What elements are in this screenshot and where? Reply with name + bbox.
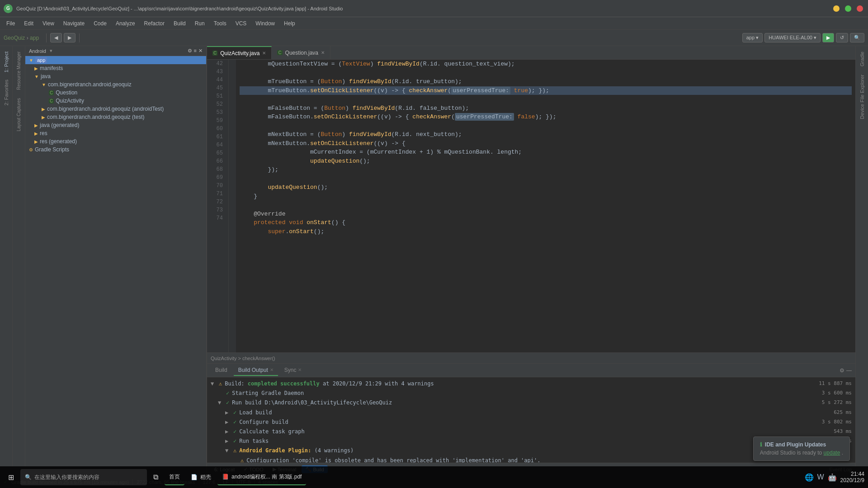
- search-everywhere-button[interactable]: 🔍: [850, 33, 864, 42]
- tab-bar: C QuizActivity.java ✕ C Question.java ✕: [207, 46, 855, 60]
- tree-gradle-scripts[interactable]: ⚙ Gradle Scripts: [25, 145, 206, 154]
- tree-java-generated[interactable]: ▶ java (generated): [25, 121, 206, 129]
- menu-window[interactable]: Window: [251, 19, 279, 28]
- menu-view[interactable]: View: [38, 19, 59, 28]
- menu-navigate[interactable]: Navigate: [59, 19, 89, 28]
- resource-manager-tab[interactable]: Resource Manager: [14, 48, 23, 94]
- menu-refactor[interactable]: Refactor: [140, 19, 169, 28]
- close-panel-icon[interactable]: ✕: [198, 48, 203, 54]
- gradle-tab[interactable]: Gradle: [858, 48, 867, 70]
- layout-captures-tab[interactable]: Layout Captures: [14, 94, 23, 135]
- package-androidtest-label: com.bignerdranch.android.geoquiz (androi…: [47, 106, 164, 112]
- menu-analyze[interactable]: Analyze: [111, 19, 140, 28]
- menu-tools[interactable]: Tools: [209, 19, 231, 28]
- tree-question[interactable]: C Question: [25, 89, 206, 97]
- tab-build-output[interactable]: Build Output ✕: [234, 365, 278, 376]
- device-selector[interactable]: HUAWEI ELE-AL00 ▾: [764, 33, 821, 42]
- tree-res-generated[interactable]: ▶ res (generated): [25, 137, 206, 145]
- menu-run[interactable]: Run: [190, 19, 209, 28]
- tree-package-main[interactable]: ▼ com.bignerdranch.android.geoquiz: [25, 80, 206, 89]
- home-label: 首页: [169, 473, 180, 481]
- back-button[interactable]: ◀: [50, 33, 62, 42]
- build-time-3: 625 ms: [834, 408, 852, 417]
- code-content[interactable]: mQuestionTextView = (TextView) findViewB…: [236, 60, 855, 352]
- tab-build-label[interactable]: Build: [211, 365, 232, 376]
- tab-quizactivity[interactable]: C QuizActivity.java ✕: [207, 46, 272, 59]
- collapse-icon[interactable]: ≡: [194, 48, 197, 54]
- code-line-65: updateQuestion();: [240, 157, 852, 166]
- tab-sync[interactable]: Sync ✕: [280, 365, 307, 376]
- word-icon[interactable]: W: [817, 473, 824, 481]
- sync-button[interactable]: ↺: [836, 33, 848, 42]
- menu-build[interactable]: Build: [169, 19, 190, 28]
- settings-icon[interactable]: ⚙: [840, 367, 844, 374]
- class-tab-icon2: C: [277, 50, 282, 55]
- search-taskbar[interactable]: 🔍 在这里输入你要搜索的内容: [20, 469, 147, 485]
- minimize-button[interactable]: [833, 5, 840, 12]
- expand-icon[interactable]: ▶: [225, 418, 231, 427]
- close-button[interactable]: [857, 5, 863, 12]
- class-tab-icon: C: [212, 51, 217, 56]
- code-line-52: mFalseButton = (Button) findViewById(R.i…: [240, 104, 852, 113]
- tree-res[interactable]: ▶ res: [25, 129, 206, 137]
- expand-icon[interactable]: ▶: [225, 408, 231, 417]
- daoke-app[interactable]: 📄 稻壳: [186, 469, 216, 485]
- home-app[interactable]: 首页: [165, 469, 184, 485]
- minimize-panel-icon[interactable]: —: [846, 367, 852, 374]
- manifests-label: manifests: [40, 65, 63, 71]
- close-build-output-tab[interactable]: ✕: [270, 367, 274, 372]
- expand-icon[interactable]: ▼: [211, 380, 216, 388]
- expand-icon[interactable]: ▼: [225, 446, 231, 455]
- expand-icon[interactable]: ▼: [218, 399, 223, 407]
- expand-icon[interactable]: ▶: [225, 437, 231, 446]
- run-button[interactable]: ▶: [822, 33, 834, 42]
- code-line-70: }: [240, 192, 852, 201]
- device-file-explorer-tab[interactable]: Device File Explorer: [858, 71, 867, 122]
- menu-vcs[interactable]: VCS: [231, 19, 251, 28]
- settings-gear-icon[interactable]: ⚙: [188, 48, 192, 54]
- success-icon: ✓: [226, 399, 229, 407]
- code-line-64: mCurrentIndex = (mCurrentIndex + 1) % mQ…: [240, 148, 852, 157]
- build-output-label: Build Output: [238, 367, 268, 373]
- tree-quizactivity[interactable]: C QuizActivity: [25, 97, 206, 105]
- android-studio-icon[interactable]: 🤖: [828, 473, 837, 482]
- tree-package-androidtest[interactable]: ▶ com.bignerdranch.android.geoquiz (andr…: [25, 105, 206, 113]
- update-link[interactable]: update: [824, 450, 840, 456]
- forward-button[interactable]: ▶: [64, 33, 75, 42]
- tab-question[interactable]: C Question.java ✕: [272, 46, 330, 59]
- folder-icon: ▼: [34, 74, 39, 79]
- quizactivity-label: QuizActivity: [56, 98, 84, 104]
- menu-file[interactable]: File: [2, 19, 19, 28]
- pdf-label: android编程权... 南 第3版.pdf: [231, 473, 302, 481]
- close-tab-question[interactable]: ✕: [321, 50, 325, 55]
- tree-java[interactable]: ▼ java: [25, 72, 206, 80]
- pdf-app[interactable]: 📕 android编程权... 南 第3版.pdf: [217, 469, 306, 485]
- project-tab[interactable]: 1: Project: [2, 48, 11, 76]
- expand-icon[interactable]: ▶: [225, 427, 231, 436]
- android-label: Android: [29, 48, 46, 54]
- toolbar-separator: [46, 33, 47, 42]
- close-sync-tab[interactable]: ✕: [298, 367, 302, 372]
- tree-manifests[interactable]: ▶ manifests: [25, 64, 206, 72]
- menu-edit[interactable]: Edit: [19, 19, 38, 28]
- daoke-icon: 📄: [191, 474, 198, 480]
- tree-package-test[interactable]: ▶ com.bignerdranch.android.geoquiz (test…: [25, 113, 206, 121]
- taskview-button[interactable]: ⧉: [149, 469, 163, 485]
- editor-breadcrumb-bar: QuizActivity > checkAnswer(): [207, 352, 855, 363]
- build-text-4: Configure build: [239, 418, 288, 427]
- code-editor[interactable]: 42434445 515253 596061 64656668 69707172…: [207, 60, 855, 352]
- close-tab-quizactivity[interactable]: ✕: [262, 51, 266, 56]
- maximize-button[interactable]: [845, 5, 851, 12]
- edge-icon[interactable]: 🌐: [805, 473, 814, 482]
- build-text-0: Build: completed successfully at 2020/12…: [225, 380, 434, 388]
- taskview-icon: ⧉: [153, 473, 158, 481]
- menu-code[interactable]: Code: [89, 19, 111, 28]
- run-config-selector[interactable]: app ▾: [742, 33, 763, 42]
- favorites-tab[interactable]: 2: Favorites: [2, 76, 11, 109]
- build-time-1: 3 s 600 ms: [822, 389, 852, 397]
- menu-help[interactable]: Help: [279, 19, 300, 28]
- success-icon: ✓: [233, 408, 236, 417]
- start-button[interactable]: ⊞: [4, 469, 19, 485]
- gradle-icon: ⚙: [29, 147, 33, 152]
- tree-app-folder[interactable]: ▼ app: [25, 56, 206, 64]
